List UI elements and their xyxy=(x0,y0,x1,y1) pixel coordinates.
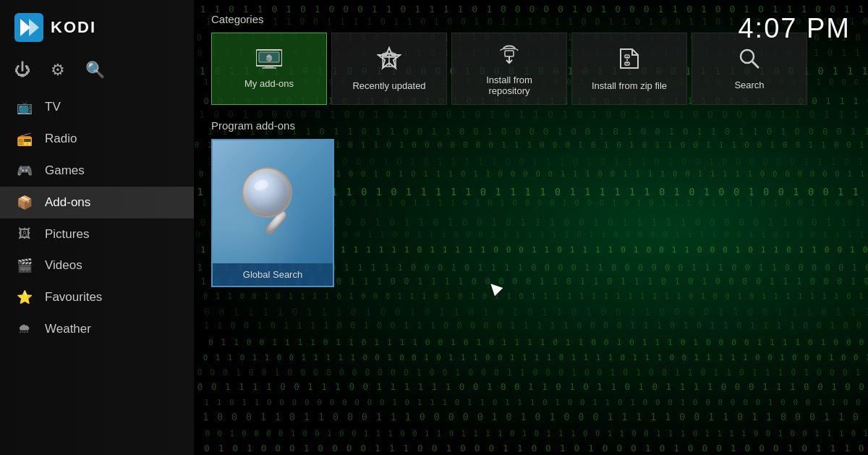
install-from-zip-icon xyxy=(618,46,641,76)
main-content: 1 1 0 1 1 0 1 0 1 0 0 0 1 1 0 1 1 1 1 0 … xyxy=(194,0,868,455)
sidebar-item-videos[interactable]: 🎬 Videos xyxy=(0,250,194,281)
addons-row: Global Search xyxy=(211,139,851,287)
category-my-addons[interactable]: My add-ons xyxy=(211,33,327,105)
my-addons-icon xyxy=(256,48,282,74)
install-from-repo-icon xyxy=(496,42,522,70)
sidebar-label-pictures: Pictures xyxy=(45,227,89,242)
sidebar-item-addons[interactable]: 📦 Add-ons xyxy=(0,187,194,218)
addon-thumbnail xyxy=(213,140,333,263)
sidebar-icon-row: ⏻ ⚙ 🔍 xyxy=(0,55,194,91)
install-from-zip-label: Install from zip file xyxy=(592,80,667,91)
category-install-from-zip[interactable]: Install from zip file xyxy=(571,33,687,105)
sidebar-label-games: Games xyxy=(45,163,85,178)
category-recently-updated[interactable]: Recently updated xyxy=(331,33,447,105)
svg-point-23 xyxy=(247,172,287,213)
sidebar-item-weather[interactable]: 🌧 Weather xyxy=(0,313,194,344)
main-nav: 📺 TV 📻 Radio 🎮 Games 📦 Add-ons 🖼 Picture… xyxy=(0,91,194,455)
magnifier-icon xyxy=(237,162,309,242)
kodi-logo-icon xyxy=(14,13,43,42)
sidebar-label-tv: TV xyxy=(45,100,61,114)
sidebar-label-videos: Videos xyxy=(45,258,82,273)
sidebar-label-addons: Add-ons xyxy=(45,195,90,210)
program-addons-label: Program add-ons xyxy=(211,119,851,132)
app-title: KODI xyxy=(51,18,96,37)
recently-updated-icon xyxy=(377,46,401,76)
videos-icon: 🎬 xyxy=(16,258,33,273)
svg-line-20 xyxy=(752,61,758,67)
addon-tile-global-search[interactable]: Global Search xyxy=(211,139,334,287)
weather-icon: 🌧 xyxy=(16,321,33,336)
power-button[interactable]: ⏻ xyxy=(14,61,30,80)
sidebar-item-favourites[interactable]: ⭐ Favourites xyxy=(0,281,194,313)
category-search-icon xyxy=(738,47,761,75)
svg-rect-6 xyxy=(262,67,276,69)
program-addons-section: Program add-ons xyxy=(211,119,851,287)
time-display: 4:07 PM xyxy=(738,13,851,44)
recently-updated-label: Recently updated xyxy=(352,80,425,91)
sidebar-item-tv[interactable]: 📺 TV xyxy=(0,91,194,123)
sidebar-item-radio[interactable]: 📻 Radio xyxy=(0,123,194,155)
addon-name-label: Global Search xyxy=(213,263,333,286)
category-install-from-repo[interactable]: Install from repository xyxy=(451,33,567,105)
install-from-repo-label: Install from repository xyxy=(486,75,532,96)
sidebar-label-radio: Radio xyxy=(45,132,77,146)
sidebar-item-pictures[interactable]: 🖼 Pictures xyxy=(0,218,194,250)
favourites-icon: ⭐ xyxy=(16,289,33,305)
addons-icon: 📦 xyxy=(16,195,33,211)
radio-icon: 📻 xyxy=(16,131,33,147)
sidebar-item-games[interactable]: 🎮 Games xyxy=(0,155,194,187)
my-addons-label: My add-ons xyxy=(244,78,294,89)
sidebar-header: KODI xyxy=(0,0,194,55)
sidebar-label-favourites: Favourites xyxy=(45,290,102,305)
svg-rect-14 xyxy=(505,51,514,56)
search-button[interactable]: 🔍 xyxy=(85,61,105,80)
sidebar-label-weather: Weather xyxy=(45,322,91,336)
games-icon: 🎮 xyxy=(16,163,33,179)
search-label: Search xyxy=(734,80,764,90)
pictures-icon: 🖼 xyxy=(16,226,33,242)
settings-button[interactable]: ⚙ xyxy=(51,61,65,80)
content-area: 4:07 PM Categories xyxy=(194,0,868,455)
tv-icon: 📺 xyxy=(16,99,33,115)
sidebar: KODI ⏻ ⚙ 🔍 📺 TV 📻 Radio 🎮 Games 📦 Add-on… xyxy=(0,0,194,455)
